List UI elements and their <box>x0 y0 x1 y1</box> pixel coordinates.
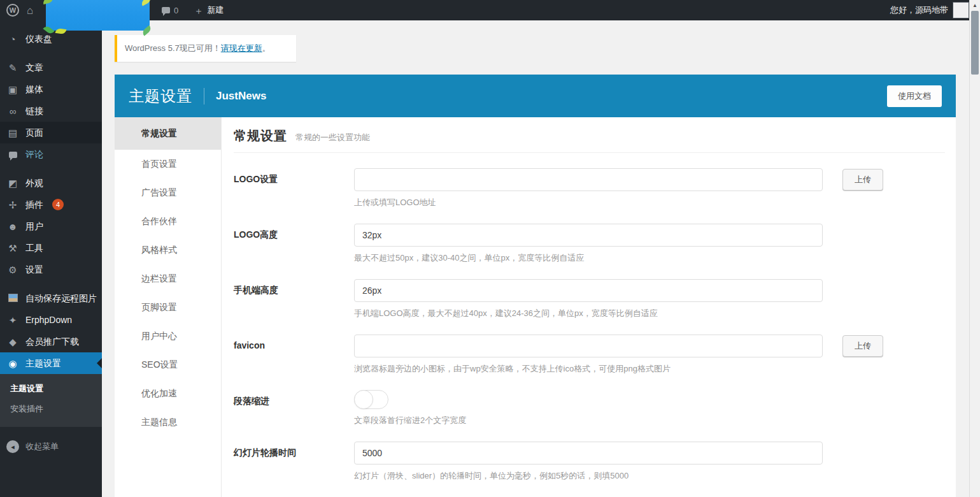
comment-bubble-icon <box>162 7 170 13</box>
comments-count: 0 <box>174 6 178 15</box>
media-icon: ▣ <box>6 85 19 94</box>
theme-settings-panel: 主题设置 JustNews 使用文档 常规设置首页设置广告设置合作伙伴风格样式边… <box>115 75 956 497</box>
settings-tab-3[interactable]: 合作伙伴 <box>115 207 221 236</box>
sidebar-item-plugins[interactable]: ✢插件4 <box>0 194 102 215</box>
sidebar-item-tools[interactable]: ⚒工具 <box>0 237 102 259</box>
sidebar-item-comments[interactable]: 评论 <box>0 143 102 165</box>
wrench-icon: ⚒ <box>6 243 19 253</box>
mobile-logo-height-help-text: 手机端LOGO高度，最大不超过40px，建议24-36之间，单位px，宽度等比例… <box>354 308 823 319</box>
home-icon[interactable]: ⌂ <box>27 5 33 16</box>
plus-icon: ＋ <box>194 6 203 15</box>
favicon-url-label: favicon <box>234 335 354 375</box>
logo-url-upload-button[interactable]: 上传 <box>842 169 883 191</box>
logo-height-control <box>354 224 823 247</box>
favicon-url-control: 上传 <box>354 335 883 357</box>
settings-tabs: 常规设置首页设置广告设置合作伙伴风格样式边栏设置页脚设置用户中心SEO设置优化加… <box>115 117 222 497</box>
settings-tab-2[interactable]: 广告设置 <box>115 178 221 207</box>
favicon-url-input[interactable] <box>354 335 823 357</box>
user-icon: ☻ <box>6 222 19 231</box>
paragraph-indent-help-text: 文章段落首行缩进2个文字宽度 <box>354 415 466 426</box>
sidebar-item-posts[interactable]: ✎文章 <box>0 57 102 78</box>
settings-tab-1[interactable]: 首页设置 <box>115 150 221 178</box>
avatar[interactable] <box>953 2 969 18</box>
panel-body: 常规设置首页设置广告设置合作伙伴风格样式边栏设置页脚设置用户中心SEO设置优化加… <box>115 117 956 497</box>
settings-tab-5[interactable]: 边栏设置 <box>115 264 221 293</box>
sidebar-item-pages[interactable]: ▤页面 <box>0 122 102 143</box>
slider-interval-input[interactable] <box>354 442 823 465</box>
logo-height-help-text: 最大不超过50px，建议30-40之间，单位px，宽度等比例自适应 <box>354 252 823 264</box>
logo-url-input[interactable] <box>354 168 823 191</box>
notice-text: WordPress 5.7现已可用！ <box>125 43 221 53</box>
docs-button[interactable]: 使用文档 <box>887 85 942 107</box>
sidebar-item-appearance[interactable]: ◩外观 <box>0 172 102 194</box>
tab-content: 常规设置 常规的一些设置功能 LOGO设置上传上传或填写LOGO地址LOGO高度… <box>222 117 956 497</box>
appearance-brush-icon: ◩ <box>6 178 19 188</box>
settings-tab-4[interactable]: 风格样式 <box>115 236 221 264</box>
sidebar-item-auto-save-remote-images[interactable]: 自动保存远程图片 <box>0 287 102 309</box>
mobile-logo-height-label: 手机端高度 <box>234 279 354 319</box>
sidebar-item-label: ErphpDown <box>25 314 72 326</box>
toggle-knob <box>354 390 373 409</box>
slider-interval-control <box>354 442 823 465</box>
new-label: 新建 <box>207 4 224 16</box>
dashboard-icon: ◔ <box>6 34 19 44</box>
form-row-mobile-logo-height: 手机端高度手机端LOGO高度，最大不超过40px，建议24-36之间，单位px，… <box>234 279 945 319</box>
settings-tab-0[interactable]: 常规设置 <box>115 117 221 150</box>
sidebar-item-label: 工具 <box>25 242 43 254</box>
sidebar-item-member-download[interactable]: ◆会员推广下载 <box>0 331 102 352</box>
theme-logo-icon: ◉ <box>6 359 19 368</box>
current-menu-arrow <box>92 358 102 368</box>
remote-image-icon <box>6 294 19 303</box>
sidebar-item-label: 用户 <box>25 220 43 232</box>
vertical-scrollbar[interactable]: ▲ <box>969 0 980 497</box>
settings-tab-6[interactable]: 页脚设置 <box>115 293 221 322</box>
scrollbar-thumb[interactable] <box>971 11 979 75</box>
section-subtitle: 常规的一些设置功能 <box>295 132 370 143</box>
sidebar-item-label: 链接 <box>25 105 43 117</box>
logo-height-input[interactable] <box>354 224 823 247</box>
comments-indicator[interactable]: 0 <box>162 6 178 15</box>
new-content-button[interactable]: ＋ 新建 <box>194 4 224 16</box>
section-head: 常规设置 常规的一些设置功能 <box>234 117 945 153</box>
logo-url-help-text: 上传或填写LOGO地址 <box>354 197 883 208</box>
links-icon: ∞ <box>6 106 19 116</box>
sidebar-item-users[interactable]: ☻用户 <box>0 215 102 237</box>
settings-tab-9[interactable]: 优化加速 <box>115 379 221 408</box>
form-row-favicon-url: favicon上传浏览器标题旁边的小图标，由于wp安全策略，不支持上传ico格式… <box>234 335 945 375</box>
comment-bubble-icon <box>6 150 19 159</box>
paragraph-indent-toggle[interactable] <box>354 390 388 409</box>
favicon-url-upload-button[interactable]: 上传 <box>842 335 883 357</box>
sidebar-item-label: 插件 <box>25 199 43 210</box>
update-now-link[interactable]: 请现在更新 <box>221 43 262 53</box>
form-row-logo-height: LOGO高度最大不超过50px，建议30-40之间，单位px，宽度等比例自适应 <box>234 224 945 264</box>
logo-url-control: 上传 <box>354 168 883 191</box>
admin-sidebar: ◔仪表盘✎文章▣媒体∞链接▤页面评论◩外观✢插件4☻用户⚒工具⚙设置自动保存远程… <box>0 20 102 497</box>
sidebar-item-label: 主题设置 <box>25 357 61 369</box>
wordpress-logo-icon[interactable]: W <box>6 4 19 17</box>
settings-tab-10[interactable]: 主题信息 <box>115 408 221 436</box>
sidebar-item-theme-settings[interactable]: ◉主题设置 <box>0 352 102 374</box>
user-greeting[interactable]: 您好，源码地带 <box>890 4 948 16</box>
sidebar-item-label: 仪表盘 <box>25 33 52 45</box>
leaf-decoration-icon <box>42 0 53 4</box>
blue-overlay-image <box>46 0 150 31</box>
collapse-arrow-icon: ◂ <box>6 440 19 453</box>
submenu-item-theme-settings-sub[interactable]: 主题设置 <box>0 378 102 399</box>
mobile-logo-height-input[interactable] <box>354 279 823 302</box>
scroll-up-arrow-icon[interactable]: ▲ <box>970 0 980 11</box>
collapse-menu-button[interactable]: ◂ 收起菜单 <box>0 435 102 458</box>
sidebar-item-label: 页面 <box>25 127 43 138</box>
pages-icon: ▤ <box>6 128 19 138</box>
theme-settings-submenu: 主题设置安装插件 <box>0 374 102 427</box>
sidebar-item-media[interactable]: ▣媒体 <box>0 78 102 100</box>
sidebar-item-erphpdown[interactable]: ✦ErphpDown <box>0 309 102 331</box>
sidebar-item-label: 外观 <box>25 177 43 189</box>
sidebar-item-settings[interactable]: ⚙设置 <box>0 259 102 280</box>
settings-tab-7[interactable]: 用户中心 <box>115 322 221 350</box>
settings-form: LOGO设置上传上传或填写LOGO地址LOGO高度最大不超过50px，建议30-… <box>234 168 945 482</box>
sidebar-item-links[interactable]: ∞链接 <box>0 100 102 122</box>
submenu-item-install-plugin[interactable]: 安装插件 <box>0 399 102 419</box>
admin-menu: ◔仪表盘✎文章▣媒体∞链接▤页面评论◩外观✢插件4☻用户⚒工具⚙设置自动保存远程… <box>0 20 102 374</box>
settings-tab-8[interactable]: SEO设置 <box>115 350 221 379</box>
notice-period: 。 <box>262 43 271 53</box>
